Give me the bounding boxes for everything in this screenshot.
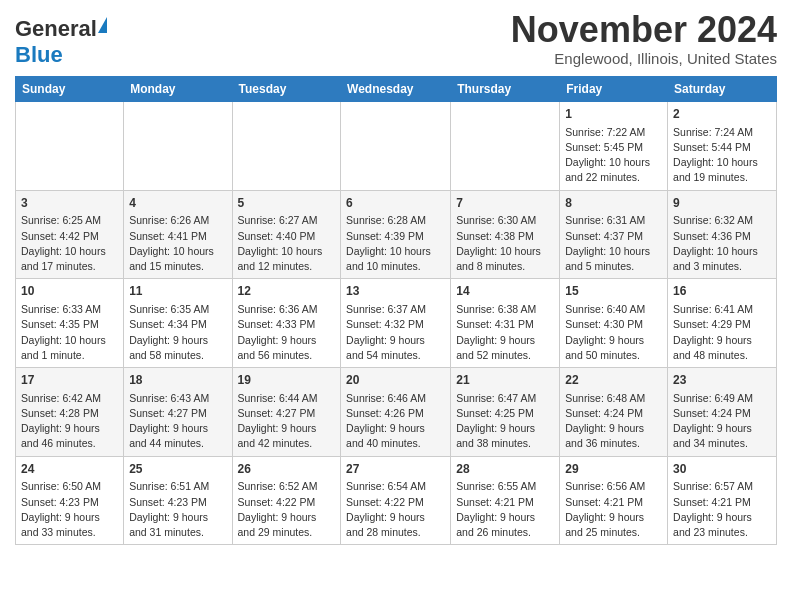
day-number: 22 [565, 372, 662, 389]
day-number: 9 [673, 195, 771, 212]
day-cell [124, 102, 232, 191]
day-number: 2 [673, 106, 771, 123]
day-number: 25 [129, 461, 226, 478]
day-cell: 21Sunrise: 6:47 AM Sunset: 4:25 PM Dayli… [451, 368, 560, 457]
day-cell: 12Sunrise: 6:36 AM Sunset: 4:33 PM Dayli… [232, 279, 341, 368]
day-number: 24 [21, 461, 118, 478]
week-row-3: 10Sunrise: 6:33 AM Sunset: 4:35 PM Dayli… [16, 279, 777, 368]
day-cell: 18Sunrise: 6:43 AM Sunset: 4:27 PM Dayli… [124, 368, 232, 457]
logo-icon [98, 17, 107, 33]
day-info: Sunrise: 6:48 AM Sunset: 4:24 PM Dayligh… [565, 391, 662, 452]
day-cell: 4Sunrise: 6:26 AM Sunset: 4:41 PM Daylig… [124, 190, 232, 279]
day-cell: 3Sunrise: 6:25 AM Sunset: 4:42 PM Daylig… [16, 190, 124, 279]
logo-blue-text: Blue [15, 42, 63, 68]
day-number: 1 [565, 106, 662, 123]
day-info: Sunrise: 6:51 AM Sunset: 4:23 PM Dayligh… [129, 479, 226, 540]
day-info: Sunrise: 6:38 AM Sunset: 4:31 PM Dayligh… [456, 302, 554, 363]
day-cell: 17Sunrise: 6:42 AM Sunset: 4:28 PM Dayli… [16, 368, 124, 457]
day-info: Sunrise: 6:46 AM Sunset: 4:26 PM Dayligh… [346, 391, 445, 452]
day-info: Sunrise: 6:42 AM Sunset: 4:28 PM Dayligh… [21, 391, 118, 452]
day-number: 6 [346, 195, 445, 212]
day-cell: 14Sunrise: 6:38 AM Sunset: 4:31 PM Dayli… [451, 279, 560, 368]
day-cell: 19Sunrise: 6:44 AM Sunset: 4:27 PM Dayli… [232, 368, 341, 457]
day-cell: 20Sunrise: 6:46 AM Sunset: 4:26 PM Dayli… [341, 368, 451, 457]
header-day-sunday: Sunday [16, 77, 124, 102]
day-info: Sunrise: 7:24 AM Sunset: 5:44 PM Dayligh… [673, 125, 771, 186]
day-info: Sunrise: 6:40 AM Sunset: 4:30 PM Dayligh… [565, 302, 662, 363]
day-number: 26 [238, 461, 336, 478]
day-info: Sunrise: 6:28 AM Sunset: 4:39 PM Dayligh… [346, 213, 445, 274]
day-info: Sunrise: 6:25 AM Sunset: 4:42 PM Dayligh… [21, 213, 118, 274]
day-info: Sunrise: 7:22 AM Sunset: 5:45 PM Dayligh… [565, 125, 662, 186]
week-row-2: 3Sunrise: 6:25 AM Sunset: 4:42 PM Daylig… [16, 190, 777, 279]
header-row: SundayMondayTuesdayWednesdayThursdayFrid… [16, 77, 777, 102]
day-cell: 5Sunrise: 6:27 AM Sunset: 4:40 PM Daylig… [232, 190, 341, 279]
day-number: 11 [129, 283, 226, 300]
week-row-4: 17Sunrise: 6:42 AM Sunset: 4:28 PM Dayli… [16, 368, 777, 457]
day-cell [232, 102, 341, 191]
calendar-title: November 2024 [511, 10, 777, 50]
day-info: Sunrise: 6:47 AM Sunset: 4:25 PM Dayligh… [456, 391, 554, 452]
day-cell: 10Sunrise: 6:33 AM Sunset: 4:35 PM Dayli… [16, 279, 124, 368]
header-day-friday: Friday [560, 77, 668, 102]
day-info: Sunrise: 6:30 AM Sunset: 4:38 PM Dayligh… [456, 213, 554, 274]
day-number: 4 [129, 195, 226, 212]
header: General Blue November 2024 Englewood, Il… [15, 10, 777, 68]
day-number: 18 [129, 372, 226, 389]
week-row-1: 1Sunrise: 7:22 AM Sunset: 5:45 PM Daylig… [16, 102, 777, 191]
day-number: 12 [238, 283, 336, 300]
header-day-monday: Monday [124, 77, 232, 102]
day-cell: 15Sunrise: 6:40 AM Sunset: 4:30 PM Dayli… [560, 279, 668, 368]
day-number: 28 [456, 461, 554, 478]
day-info: Sunrise: 6:49 AM Sunset: 4:24 PM Dayligh… [673, 391, 771, 452]
day-info: Sunrise: 6:44 AM Sunset: 4:27 PM Dayligh… [238, 391, 336, 452]
day-info: Sunrise: 6:57 AM Sunset: 4:21 PM Dayligh… [673, 479, 771, 540]
day-number: 29 [565, 461, 662, 478]
day-info: Sunrise: 6:55 AM Sunset: 4:21 PM Dayligh… [456, 479, 554, 540]
day-number: 17 [21, 372, 118, 389]
day-number: 7 [456, 195, 554, 212]
calendar-subtitle: Englewood, Illinois, United States [511, 50, 777, 67]
day-info: Sunrise: 6:41 AM Sunset: 4:29 PM Dayligh… [673, 302, 771, 363]
day-info: Sunrise: 6:52 AM Sunset: 4:22 PM Dayligh… [238, 479, 336, 540]
day-info: Sunrise: 6:36 AM Sunset: 4:33 PM Dayligh… [238, 302, 336, 363]
day-info: Sunrise: 6:43 AM Sunset: 4:27 PM Dayligh… [129, 391, 226, 452]
day-info: Sunrise: 6:26 AM Sunset: 4:41 PM Dayligh… [129, 213, 226, 274]
day-cell: 6Sunrise: 6:28 AM Sunset: 4:39 PM Daylig… [341, 190, 451, 279]
day-cell: 29Sunrise: 6:56 AM Sunset: 4:21 PM Dayli… [560, 456, 668, 545]
day-number: 19 [238, 372, 336, 389]
logo-general-text: General [15, 16, 97, 42]
week-row-5: 24Sunrise: 6:50 AM Sunset: 4:23 PM Dayli… [16, 456, 777, 545]
day-info: Sunrise: 6:33 AM Sunset: 4:35 PM Dayligh… [21, 302, 118, 363]
day-cell: 1Sunrise: 7:22 AM Sunset: 5:45 PM Daylig… [560, 102, 668, 191]
day-info: Sunrise: 6:32 AM Sunset: 4:36 PM Dayligh… [673, 213, 771, 274]
day-number: 23 [673, 372, 771, 389]
day-cell: 28Sunrise: 6:55 AM Sunset: 4:21 PM Dayli… [451, 456, 560, 545]
title-area: November 2024 Englewood, Illinois, Unite… [511, 10, 777, 67]
day-cell: 27Sunrise: 6:54 AM Sunset: 4:22 PM Dayli… [341, 456, 451, 545]
day-number: 8 [565, 195, 662, 212]
day-number: 20 [346, 372, 445, 389]
day-info: Sunrise: 6:35 AM Sunset: 4:34 PM Dayligh… [129, 302, 226, 363]
calendar-header: SundayMondayTuesdayWednesdayThursdayFrid… [16, 77, 777, 102]
day-number: 5 [238, 195, 336, 212]
day-number: 14 [456, 283, 554, 300]
day-number: 16 [673, 283, 771, 300]
day-cell: 2Sunrise: 7:24 AM Sunset: 5:44 PM Daylig… [668, 102, 777, 191]
day-cell: 30Sunrise: 6:57 AM Sunset: 4:21 PM Dayli… [668, 456, 777, 545]
day-info: Sunrise: 6:27 AM Sunset: 4:40 PM Dayligh… [238, 213, 336, 274]
day-cell: 22Sunrise: 6:48 AM Sunset: 4:24 PM Dayli… [560, 368, 668, 457]
day-info: Sunrise: 6:31 AM Sunset: 4:37 PM Dayligh… [565, 213, 662, 274]
header-day-thursday: Thursday [451, 77, 560, 102]
calendar-body: 1Sunrise: 7:22 AM Sunset: 5:45 PM Daylig… [16, 102, 777, 545]
day-number: 13 [346, 283, 445, 300]
header-day-tuesday: Tuesday [232, 77, 341, 102]
header-day-wednesday: Wednesday [341, 77, 451, 102]
day-cell: 23Sunrise: 6:49 AM Sunset: 4:24 PM Dayli… [668, 368, 777, 457]
day-number: 30 [673, 461, 771, 478]
day-info: Sunrise: 6:50 AM Sunset: 4:23 PM Dayligh… [21, 479, 118, 540]
day-cell: 26Sunrise: 6:52 AM Sunset: 4:22 PM Dayli… [232, 456, 341, 545]
day-cell: 11Sunrise: 6:35 AM Sunset: 4:34 PM Dayli… [124, 279, 232, 368]
day-number: 15 [565, 283, 662, 300]
day-cell: 24Sunrise: 6:50 AM Sunset: 4:23 PM Dayli… [16, 456, 124, 545]
